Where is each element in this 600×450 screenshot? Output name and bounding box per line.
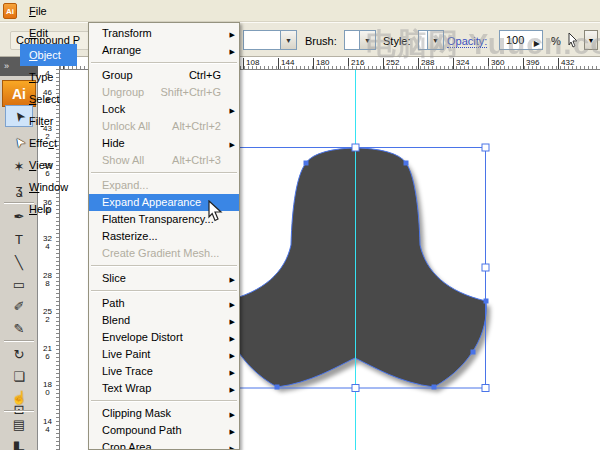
menu-item-blend[interactable]: Blend▶ bbox=[89, 312, 239, 329]
menu-item-live-paint[interactable]: Live Paint▶ bbox=[89, 346, 239, 363]
menubar-item-effect[interactable]: Effect bbox=[20, 132, 77, 154]
menu-item-clipping-mask[interactable]: Clipping Mask▶ bbox=[89, 405, 239, 422]
menu-item-label: Rasterize... bbox=[102, 230, 158, 242]
graph-tool-icon: ▙ bbox=[14, 442, 24, 450]
menu-item-envelope-distort[interactable]: Envelope Distort▶ bbox=[89, 329, 239, 346]
submenu-arrow-icon: ▶ bbox=[230, 296, 235, 313]
menu-separator bbox=[91, 400, 237, 401]
scale-tool[interactable]: ❏ bbox=[5, 365, 33, 387]
menu-item-rasterize[interactable]: Rasterize... bbox=[89, 228, 239, 245]
menubar-item-filter[interactable]: Filter bbox=[20, 110, 77, 132]
menu-item-label: Transform bbox=[102, 27, 152, 39]
type-tool[interactable]: T bbox=[5, 228, 33, 250]
submenu-arrow-icon: ▶ bbox=[230, 26, 235, 43]
brush-dropdown[interactable]: ▼ bbox=[344, 30, 376, 50]
symbol-sprayer-tool[interactable]: ▤ bbox=[5, 413, 33, 435]
menu-item-arrange[interactable]: Arrange▶ bbox=[89, 42, 239, 59]
pencil-tool-icon: ✎ bbox=[14, 321, 25, 336]
menu-separator bbox=[91, 172, 237, 173]
hruler-number: 252 bbox=[383, 58, 399, 69]
select-similar-dropdown[interactable]: ▼ bbox=[584, 30, 598, 50]
menu-item-label: Show All bbox=[102, 154, 144, 166]
menubar-item-window[interactable]: Window bbox=[20, 176, 77, 198]
rotate-tool[interactable]: ↻ bbox=[5, 343, 33, 365]
hruler-number: 324 bbox=[453, 58, 469, 69]
menubar-item-type[interactable]: Type bbox=[20, 66, 77, 88]
menu-separator bbox=[91, 62, 237, 63]
menu-item-create-gradient-mesh: Create Gradient Mesh... bbox=[89, 245, 239, 262]
menu-item-label: Text Wrap bbox=[102, 382, 151, 394]
menu-item-label: Blend bbox=[102, 314, 130, 326]
line-tool[interactable]: ╲ bbox=[5, 251, 33, 273]
menu-item-text-wrap[interactable]: Text Wrap▶ bbox=[89, 380, 239, 397]
double-chevron-icon: » bbox=[4, 61, 9, 71]
menu-item-hide[interactable]: Hide▶ bbox=[89, 135, 239, 152]
brush-dropdown-field bbox=[345, 31, 359, 49]
menu-item-unlock-all: Unlock AllAlt+Ctrl+2 bbox=[89, 118, 239, 135]
toolbar-separator bbox=[4, 410, 34, 411]
opacity-link[interactable]: Opacity: bbox=[447, 35, 487, 48]
menu-item-label: Slice bbox=[102, 272, 126, 284]
submenu-arrow-icon: ▶ bbox=[230, 136, 235, 153]
appearance-dropdown-field bbox=[244, 31, 280, 49]
hruler-number: 108 bbox=[243, 58, 259, 69]
hruler-number: 360 bbox=[488, 58, 504, 69]
submenu-arrow-icon: ▶ bbox=[230, 330, 235, 347]
pencil-tool[interactable]: ✎ bbox=[5, 317, 33, 339]
menu-item-crop-area[interactable]: Crop Area▶ bbox=[89, 439, 239, 450]
menu-item-label: Expand Appearance bbox=[102, 196, 201, 208]
menu-item-label: Hide bbox=[102, 137, 125, 149]
object-menu-dropdown: Transform▶Arrange▶GroupCtrl+GUngroupShif… bbox=[88, 22, 240, 450]
submenu-arrow-icon: ▶ bbox=[230, 102, 235, 119]
rectangle-tool-icon: ▭ bbox=[13, 277, 25, 292]
percent-label: % bbox=[551, 35, 561, 47]
type-tool-icon: T bbox=[15, 232, 23, 247]
menu-item-slice[interactable]: Slice▶ bbox=[89, 270, 239, 287]
menubar-item-view[interactable]: View bbox=[20, 154, 77, 176]
menu-item-label: Group bbox=[102, 69, 133, 81]
hruler-number: 144 bbox=[278, 58, 294, 69]
vruler-number: 252 bbox=[43, 308, 52, 324]
menubar-item-file[interactable]: File bbox=[20, 0, 77, 22]
dropdown-arrow-icon[interactable]: ▼ bbox=[359, 31, 375, 49]
menubar-item-object[interactable]: Object bbox=[20, 44, 77, 66]
rectangle-tool[interactable]: ▭ bbox=[5, 273, 33, 295]
menu-item-label: Flatten Transparency... bbox=[102, 213, 214, 225]
style-label: Style: bbox=[383, 35, 411, 47]
menubar-item-edit[interactable]: Edit bbox=[20, 22, 77, 44]
graph-tool[interactable]: ▙ bbox=[5, 438, 33, 450]
toolbar-separator bbox=[4, 340, 34, 341]
appearance-dropdown[interactable]: ▼ bbox=[243, 30, 297, 50]
style-dropdown[interactable]: ▼ bbox=[418, 30, 444, 50]
menu-item-label: Live Trace bbox=[102, 365, 153, 377]
opacity-spinner-icon[interactable]: ▶ bbox=[534, 35, 540, 53]
menu-item-label: Live Paint bbox=[102, 348, 150, 360]
select-similar-cursor-icon bbox=[566, 32, 580, 48]
menu-item-label: Path bbox=[102, 297, 125, 309]
menu-item-group[interactable]: GroupCtrl+G bbox=[89, 67, 239, 84]
opacity-input[interactable]: 100 ▶ bbox=[499, 30, 543, 50]
menu-bar: Ai FileEditObjectTypeSelectFilterEffectV… bbox=[0, 0, 600, 22]
menu-item-label: Create Gradient Mesh... bbox=[102, 247, 219, 259]
dropdown-arrow-icon[interactable]: ▼ bbox=[427, 31, 443, 49]
menu-item-transform[interactable]: Transform▶ bbox=[89, 25, 239, 42]
menu-item-lock[interactable]: Lock▶ bbox=[89, 101, 239, 118]
dropdown-arrow-icon[interactable]: ▼ bbox=[280, 31, 296, 49]
menu-item-label: Clipping Mask bbox=[102, 407, 171, 419]
menu-item-label: Expand... bbox=[102, 179, 148, 191]
menubar-item-select[interactable]: Select bbox=[20, 88, 77, 110]
select-similar-button[interactable] bbox=[563, 30, 583, 50]
menu-separator bbox=[91, 265, 237, 266]
submenu-arrow-icon: ▶ bbox=[230, 313, 235, 330]
submenu-arrow-icon: ▶ bbox=[230, 347, 235, 364]
paintbrush-tool[interactable]: ✐ bbox=[5, 295, 33, 317]
menu-item-compound-path[interactable]: Compound Path▶ bbox=[89, 422, 239, 439]
menu-item-path[interactable]: Path▶ bbox=[89, 295, 239, 312]
menu-item-live-trace[interactable]: Live Trace▶ bbox=[89, 363, 239, 380]
menu-item-ungroup: UngroupShift+Ctrl+G bbox=[89, 84, 239, 101]
menu-item-label: Unlock All bbox=[102, 120, 150, 132]
symbol-sprayer-tool-icon: ▤ bbox=[13, 417, 25, 432]
scale-tool-icon: ❏ bbox=[13, 369, 25, 384]
menubar-item-help[interactable]: Help bbox=[20, 198, 77, 220]
menu-item-shortcut: Ctrl+G bbox=[189, 67, 221, 84]
